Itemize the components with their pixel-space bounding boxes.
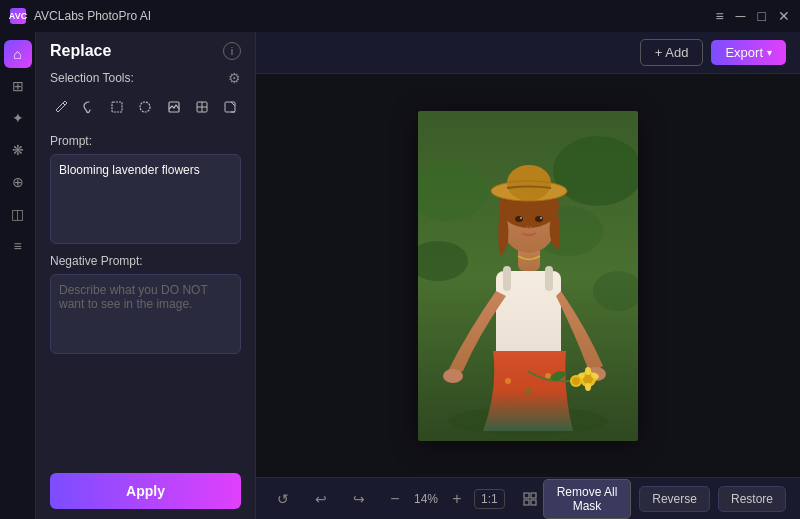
svg-point-29	[540, 217, 542, 219]
image-container	[418, 111, 638, 441]
svg-rect-44	[531, 500, 536, 505]
selection-tools-label: Selection Tools: ⚙	[36, 66, 255, 90]
svg-point-28	[520, 217, 522, 219]
sidebar-item-adjust[interactable]: ✦	[4, 104, 32, 132]
title-bar: AVC AVCLabs PhotoPro AI ≡ ─ □ ✕	[0, 0, 800, 32]
brush-select-tool[interactable]	[191, 94, 213, 120]
rect-select-tool[interactable]	[106, 94, 128, 120]
image-select-tool[interactable]	[163, 94, 185, 120]
add-button[interactable]: + Add	[640, 39, 704, 66]
canvas-area: + Add Export ▾	[256, 32, 800, 519]
negative-prompt-label: Negative Prompt:	[50, 254, 241, 268]
svg-point-24	[507, 165, 551, 201]
prompt-input[interactable]: Blooming lavender flowers	[50, 154, 241, 244]
eraser-select-tool[interactable]	[219, 94, 241, 120]
svg-point-15	[505, 378, 511, 384]
svg-point-37	[585, 367, 591, 375]
rotate-left-button[interactable]: ↺	[270, 486, 296, 512]
svg-rect-42	[531, 493, 536, 498]
svg-rect-0	[112, 102, 122, 112]
svg-point-30	[443, 369, 463, 383]
icon-sidebar: ⌂ ⊞ ✦ ❋ ⊕ ◫ ≡	[0, 32, 36, 519]
svg-point-17	[545, 373, 551, 379]
sidebar-item-settings[interactable]: ≡	[4, 232, 32, 260]
info-icon[interactable]: i	[223, 42, 241, 60]
ellipse-select-tool[interactable]	[134, 94, 156, 120]
zoom-controls: − 14% + 1:1	[384, 488, 505, 510]
panel-header: Replace i	[36, 32, 255, 66]
svg-rect-43	[524, 500, 529, 505]
canvas-topbar: + Add Export ▾	[256, 32, 800, 74]
title-bar-controls: ≡ ─ □ ✕	[715, 9, 790, 23]
tools-row	[36, 90, 255, 128]
sidebar-item-home[interactable]: ⌂	[4, 40, 32, 68]
svg-point-1	[140, 102, 150, 112]
undo-button[interactable]: ↩	[308, 486, 334, 512]
minimize-icon[interactable]: ─	[736, 9, 746, 23]
apply-button[interactable]: Apply	[50, 473, 241, 509]
export-chevron-icon: ▾	[767, 47, 772, 58]
app-icon: AVC	[10, 8, 26, 24]
toolbar-right: Remove All Mask Reverse Restore	[543, 479, 786, 519]
sidebar-item-layers[interactable]: ⊞	[4, 72, 32, 100]
sidebar-item-mask[interactable]: ◫	[4, 200, 32, 228]
panel-title: Replace	[50, 42, 111, 60]
canvas-view[interactable]	[256, 74, 800, 477]
canvas-toolbar: ↺ ↩ ↪ − 14% + 1:1 Remove All Mask Revers…	[256, 477, 800, 519]
close-icon[interactable]: ✕	[778, 9, 790, 23]
toolbar-left: ↺ ↩ ↪ − 14% + 1:1	[270, 486, 543, 512]
svg-point-27	[535, 216, 543, 222]
sidebar-item-effects[interactable]: ❋	[4, 136, 32, 164]
lasso-tool[interactable]	[78, 94, 100, 120]
zoom-out-button[interactable]: −	[384, 488, 406, 510]
sidebar-item-plugin[interactable]: ⊕	[4, 168, 32, 196]
gear-icon[interactable]: ⚙	[228, 70, 241, 86]
svg-point-16	[525, 388, 531, 394]
zoom-ratio[interactable]: 1:1	[474, 489, 505, 509]
svg-rect-18	[503, 266, 511, 291]
export-button[interactable]: Export ▾	[711, 40, 786, 65]
prompt-section: Prompt: Blooming lavender flowers Negati…	[36, 128, 255, 461]
main-layout: ⌂ ⊞ ✦ ❋ ⊕ ◫ ≡ Replace i Selection Tools:…	[0, 32, 800, 519]
zoom-in-button[interactable]: +	[446, 488, 468, 510]
zoom-level: 14%	[412, 492, 440, 506]
menu-icon[interactable]: ≡	[715, 9, 723, 23]
redo-button[interactable]: ↪	[346, 486, 372, 512]
reverse-button[interactable]: Reverse	[639, 486, 710, 512]
restore-button[interactable]: Restore	[718, 486, 786, 512]
left-panel: Replace i Selection Tools: ⚙	[36, 32, 256, 519]
svg-point-40	[572, 377, 580, 385]
remove-all-mask-button[interactable]: Remove All Mask	[543, 479, 632, 519]
title-bar-left: AVC AVCLabs PhotoPro AI	[10, 8, 151, 24]
maximize-icon[interactable]: □	[758, 9, 766, 23]
svg-rect-19	[545, 266, 553, 291]
prompt-label: Prompt:	[50, 134, 241, 148]
svg-rect-41	[524, 493, 529, 498]
fit-screen-button[interactable]	[517, 486, 543, 512]
svg-point-26	[515, 216, 523, 222]
negative-prompt-input[interactable]	[50, 274, 241, 354]
app-title: AVCLabs PhotoPro AI	[34, 9, 151, 23]
pen-tool[interactable]	[50, 94, 72, 120]
svg-rect-6	[225, 102, 235, 112]
svg-point-38	[585, 383, 591, 391]
